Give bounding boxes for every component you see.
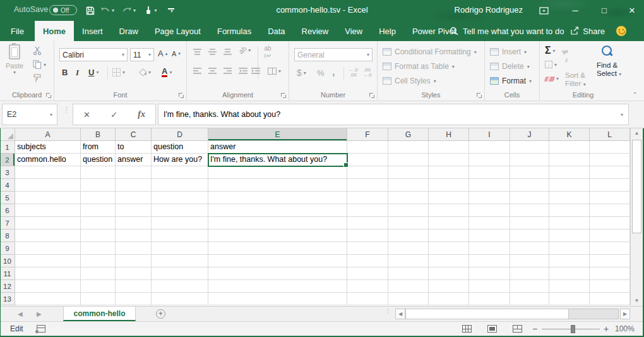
cell-L10[interactable] [590, 255, 630, 267]
cell-H7[interactable] [429, 217, 469, 230]
cell-I3[interactable] [469, 166, 510, 179]
autosave-toggle[interactable]: Off [49, 5, 77, 15]
share-button[interactable]: Share [570, 21, 605, 41]
select-all-corner[interactable] [0, 128, 15, 141]
cell-I4[interactable] [469, 179, 510, 192]
undo-button[interactable]: ▾ [98, 0, 116, 21]
cell-H3[interactable] [429, 166, 469, 179]
cell-K3[interactable] [549, 166, 590, 179]
alignment-dialog-launcher[interactable] [280, 92, 286, 98]
cell-L7[interactable] [590, 217, 630, 230]
cell-H10[interactable] [429, 255, 469, 267]
cell-K8[interactable] [549, 230, 590, 242]
cell-I9[interactable] [469, 242, 510, 255]
cell-H4[interactable] [429, 179, 469, 192]
ribbon-tab-page-layout[interactable]: Page Layout [146, 21, 209, 41]
italic-button[interactable]: I [76, 68, 79, 78]
cell-J3[interactable] [510, 166, 549, 179]
cell-K12[interactable] [549, 280, 590, 293]
cut-button[interactable] [33, 46, 42, 55]
cell-C10[interactable] [116, 255, 152, 267]
find-select-button[interactable]: Find & Select ▾ [597, 45, 621, 78]
cell-E5[interactable] [208, 192, 347, 204]
cell-I5[interactable] [469, 192, 510, 204]
cell-I13[interactable] [469, 293, 510, 305]
column-header-A[interactable]: A [15, 128, 81, 141]
page-layout-view-button[interactable] [487, 325, 497, 333]
number-format-combo[interactable]: General ▾ [294, 48, 373, 61]
cell-H11[interactable] [429, 267, 469, 280]
cell-F2[interactable] [347, 154, 388, 166]
cell-G9[interactable] [388, 242, 429, 255]
row-header-11[interactable]: 11 [0, 267, 15, 280]
column-header-I[interactable]: I [469, 128, 510, 141]
tab-scrollbar-splitter[interactable]: ⋮ [385, 309, 391, 312]
increase-decimal-button[interactable]: ←.0 .00 [349, 68, 358, 78]
cell-E2[interactable]: I'm fine, thanks. What about you? [208, 154, 347, 166]
cell-L4[interactable] [590, 179, 630, 192]
cell-D8[interactable] [152, 230, 208, 242]
cell-J13[interactable] [510, 293, 549, 305]
cell-E3[interactable] [208, 166, 347, 179]
cell-K1[interactable] [549, 141, 590, 154]
formula-input[interactable]: I'm fine, thanks. What about you? ▾ [158, 104, 629, 125]
row-header-2[interactable]: 2 [0, 154, 15, 166]
cell-C8[interactable] [116, 230, 152, 242]
currency-button[interactable]: $ ▾ [297, 68, 306, 78]
cell-A2[interactable]: common.hello [15, 154, 81, 166]
cell-A8[interactable] [15, 230, 81, 242]
cell-E7[interactable] [208, 217, 347, 230]
cell-A7[interactable] [15, 217, 81, 230]
bottom-align-button[interactable] [224, 49, 232, 55]
cell-G12[interactable] [388, 280, 429, 293]
cell-A9[interactable] [15, 242, 81, 255]
cell-F13[interactable] [347, 293, 388, 305]
ribbon-tab-view[interactable]: View [337, 21, 371, 41]
ribbon-tab-insert[interactable]: Insert [74, 21, 111, 41]
autosum-button[interactable]: Σ ▾ [545, 46, 556, 55]
underline-button[interactable]: U ▾ [88, 68, 98, 77]
orientation-button[interactable]: ab ▾ [239, 46, 251, 54]
ribbon-tab-review[interactable]: Review [294, 21, 337, 41]
cell-E8[interactable] [208, 230, 347, 242]
cell-E12[interactable] [208, 280, 347, 293]
cell-B9[interactable] [81, 242, 116, 255]
fill-color-button[interactable]: ▾ [139, 69, 151, 75]
cell-D5[interactable] [152, 192, 208, 204]
zoom-slider[interactable] [542, 329, 600, 329]
cell-H6[interactable] [429, 204, 469, 217]
scroll-down-arrow[interactable]: ▼ [631, 296, 643, 306]
cell-L11[interactable] [590, 267, 630, 280]
row-header-6[interactable]: 6 [0, 204, 15, 217]
zoom-level[interactable]: 100% [615, 324, 635, 333]
cell-F4[interactable] [347, 179, 388, 192]
cell-B2[interactable]: question [81, 154, 116, 166]
cell-D11[interactable] [152, 267, 208, 280]
column-header-G[interactable]: G [388, 128, 429, 141]
horizontal-scroll-thumb[interactable] [406, 309, 569, 319]
cell-C1[interactable]: to [116, 141, 152, 154]
column-header-J[interactable]: J [510, 128, 549, 141]
cell-B1[interactable]: from [81, 141, 116, 154]
cell-K6[interactable] [549, 204, 590, 217]
cell-C11[interactable] [116, 267, 152, 280]
cell-F5[interactable] [347, 192, 388, 204]
horizontal-scrollbar[interactable] [405, 309, 619, 319]
decrease-decimal-button[interactable]: .00 →.0 [362, 68, 372, 78]
minimize-button[interactable]: ─ [564, 0, 586, 21]
cell-L3[interactable] [590, 166, 630, 179]
cell-D9[interactable] [152, 242, 208, 255]
sheet-tab-common-hello[interactable]: common-hello [63, 307, 136, 321]
increase-indent-button[interactable] [251, 68, 260, 74]
cell-H1[interactable] [429, 141, 469, 154]
cell-J5[interactable] [510, 192, 549, 204]
cells-format-button[interactable]: Format▾ [490, 77, 532, 85]
cells-insert-button[interactable]: Insert▾ [490, 47, 527, 56]
cell-K5[interactable] [549, 192, 590, 204]
cell-L2[interactable] [590, 154, 630, 166]
column-header-D[interactable]: D [152, 128, 208, 141]
cell-K13[interactable] [549, 293, 590, 305]
cell-G1[interactable] [388, 141, 429, 154]
cell-A12[interactable] [15, 280, 81, 293]
cell-C12[interactable] [116, 280, 152, 293]
